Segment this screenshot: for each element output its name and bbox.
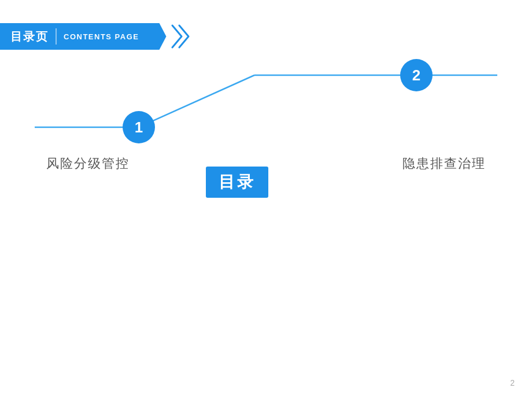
svg-line-1: [139, 75, 254, 127]
svg-text:2: 2: [412, 66, 420, 84]
svg-text:1: 1: [135, 119, 143, 136]
item-1-text: 风险分级管控: [46, 155, 130, 172]
header-english-title: CONTENTS PAGE: [64, 32, 139, 41]
timeline-svg: 1 2: [35, 46, 497, 150]
right-item: 隐患排查治理: [402, 155, 486, 190]
item-2-text: 隐患排查治理: [402, 155, 486, 172]
left-item: 风险分级管控: [46, 155, 130, 190]
page-number: 2: [510, 378, 515, 387]
center-label: 目录: [206, 167, 268, 198]
header-divider: [56, 28, 57, 45]
header-chinese-title: 目录页: [10, 29, 49, 45]
